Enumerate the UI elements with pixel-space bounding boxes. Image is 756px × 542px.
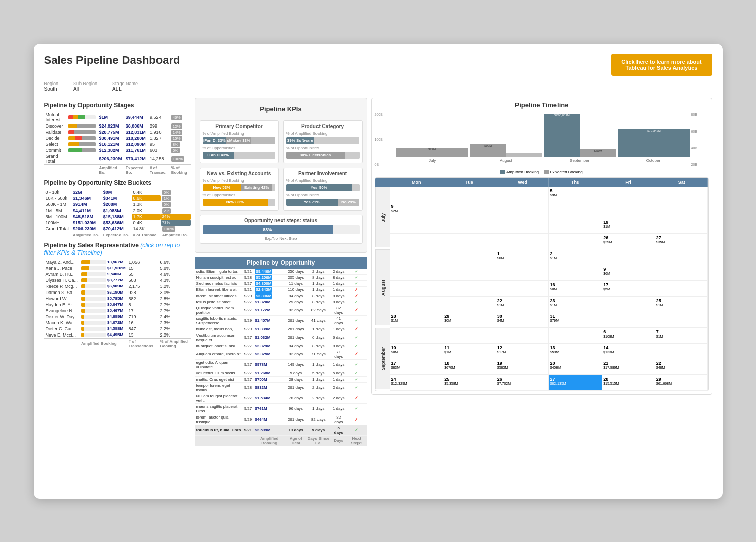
july-body: July 5$9M	[375, 187, 708, 249]
table-row: tempor lorem, eget mollis 9/28 $832M 261…	[195, 382, 367, 393]
table-row: Xena J. Pace $11,932M 15 5.8%	[44, 265, 191, 271]
table-row: nunc est, mollis non, 9/29 $1,339M 261 d…	[195, 326, 367, 332]
table-row: Commit $12,382M $11,761M 603 6%	[44, 147, 191, 153]
table-row: vel lectus. Cum sociis 9/27 $1,268M 5 da…	[195, 370, 367, 376]
table-row: Evangeline N. $5,467M 17 2.7%	[44, 308, 191, 314]
kpi-panel: Pipeline KPIs Primary Competitor % of Am…	[195, 98, 367, 253]
table-row: Select $16,121M $12,090M 95 8%	[44, 141, 191, 147]
stage-name: Mutual Interest	[44, 112, 67, 123]
table-row: Discover $24,023M $6,006M 299 12%	[44, 123, 191, 129]
table-footer-labels: Amplified Bo. Expected Bo. # of Transac.…	[44, 232, 191, 238]
cal-week-row: 28$1M 29$0M 30$4M 31$79M	[390, 312, 708, 328]
table-footer-labels: Amplified Bo. Expected Bo. # of Transac.…	[44, 164, 191, 175]
next-steps-progress: 83%	[203, 225, 360, 234]
kpi-product-category: Product Category % of Amplified Booking …	[283, 120, 363, 163]
filters-row: Region South Sub Region All Stage Name A…	[44, 81, 712, 92]
kpi-row-top: Primary Competitor % of Amplified Bookin…	[200, 120, 363, 163]
timeline-section: Pipeline Timeline 200B 100B 0B $77	[371, 98, 712, 395]
chart-legend: Amplified Booking Expected Booking	[375, 170, 709, 174]
table-row-total: Grand Total $206,230M $70,412M 14.3K 100…	[44, 226, 191, 232]
calendar-grid: Mon Tue Wed Thu Fri Sat July	[375, 177, 709, 391]
cal-week-row: 16$0M 17$5M	[390, 281, 708, 297]
middle-panel: Pipeline KPIs Primary Competitor % of Am…	[195, 98, 367, 446]
cal-week-row: 9$2M	[390, 202, 708, 218]
table-row: mauris sagittis placerat. Cras 9/27 $761…	[195, 403, 367, 414]
pipeline-opp-table: odio. Etiam ligula tortor, 9/21 $9,446M …	[195, 269, 367, 446]
table-row: odio. Etiam ligula tortor, 9/21 $9,446M …	[195, 269, 367, 275]
kpi-row-middle: New vs. Existing Accounts % of Amplified…	[200, 168, 363, 211]
opp-next-steps: Opportunity next steps: status 83% Exp/N…	[200, 215, 363, 244]
table-row: Decide $30,491M $18,280M 1,827 15%	[44, 135, 191, 141]
cal-week-row: 19$1M	[390, 218, 708, 234]
table-row: 0 - 10k $2M $0M 0.4K 0%	[44, 189, 191, 195]
chart-area: $77M $99M	[396, 112, 690, 168]
progress-fill: 83%	[203, 225, 333, 234]
cta-button[interactable]: Click here to learn more about Tableau f…	[611, 54, 712, 76]
filter-region-value: South	[44, 86, 57, 92]
next-steps-label: Exp/No Next Step	[203, 236, 360, 241]
table-row: Mutual Interest $1M $9,444M 9,524 46%	[44, 112, 191, 123]
stages-table: Mutual Interest $1M $9,444M 9,524 46%	[44, 112, 191, 175]
dashboard-container: Sales Pipeline Dashboard Click here to l…	[34, 44, 723, 499]
table-row: 100M+ $151,039M $53,636M 0.4K 73%	[44, 220, 191, 226]
table-row: 5M - 100M $48,518M $15,138M 1.7K 24%	[44, 214, 191, 220]
cal-week-row: 5$9M	[390, 187, 708, 202]
kpi-new-vs-existing: New vs. Existing Accounts % of Amplified…	[200, 168, 279, 211]
table-row: Validate $28,775M $12,831M 1,910 14%	[44, 129, 191, 135]
stage-bar-cell	[67, 112, 97, 123]
table-row: Neve E. Mccl... $4,495M 13 2.2%	[44, 332, 191, 339]
amp-legend-color	[500, 170, 505, 174]
kpi-primary-competitor: Primary Competitor % of Amplified Bookin…	[200, 120, 279, 163]
cal-week-row: 22$1M 23$1M 25$1M	[390, 297, 708, 312]
table-row: in aliquet lobortis, nisi 9/27 $2,329M 8…	[195, 343, 367, 349]
dashboard-title: Sales Pipeline Dashboard	[44, 54, 180, 67]
reps-table: Maya Z. And... 13,567M 1,056 6.6% Xena J…	[44, 259, 191, 349]
table-row: Maya Z. And... 13,567M 1,056 6.6%	[44, 259, 191, 265]
table-row: Damon S. Sa... $6,190M 928 3.0%	[44, 289, 191, 296]
table-row: faucibus ut, nulla. Cras 9/21 $2,599M 19…	[195, 425, 367, 435]
filter-stage[interactable]: Stage Name ALL	[112, 81, 138, 92]
reps-section-title: Pipeline by Sales Representative (click …	[44, 238, 191, 256]
cal-week-row: 24$12,329M 25$5,358M 26$7,702M 27$82,135…	[390, 375, 708, 391]
cal-week-row: 6$108M 7$1M	[390, 328, 708, 344]
cal-week-row: 26$29M 27$35M	[390, 234, 708, 249]
table-row: Nullam suscipit, est ac 9/28 $5,256M 205…	[195, 274, 367, 280]
stages-section-title: Pipeline by Opportunity Stages	[44, 98, 191, 109]
x-axis-labels: July August September October	[396, 158, 690, 163]
filter-stage-label: Stage Name	[112, 81, 138, 86]
table-row: eget odio. Aliquam vulputate 9/27 $978M …	[195, 359, 367, 370]
table-row: 500K - 1M $914M $208M 1.3K 0%	[44, 201, 191, 207]
filter-region-label: Region	[44, 81, 59, 86]
table-row: Etiam laoreet, libero at 9/21 $2,643M 11…	[195, 286, 367, 293]
table-row: Sed nec metus facilisis 9/27 $4,850M 11 …	[195, 280, 367, 286]
table-row: Ulysses H. Ca... $8,777M 508 4.3%	[44, 277, 191, 283]
table-row: Dieter C. Car... $4,598M 847 2.2%	[44, 326, 191, 332]
y-axis-amp: 200B 100B 0B	[375, 112, 395, 168]
pipeline-opp-scroll[interactable]: odio. Etiam ligula tortor, 9/21 $9,446M …	[195, 269, 367, 446]
august-body: August 1$0M 2$1M	[375, 249, 708, 328]
table-row: Vestibulum accumsan neque et 9/27 $1,062…	[195, 332, 367, 343]
filter-subregion-label: Sub Region	[73, 81, 97, 86]
table-row: 10K - 500k $1,346M $341M 8.6K 1%	[44, 195, 191, 201]
main-content: Pipeline by Opportunity Stages Mutual In…	[44, 98, 712, 446]
table-row: Howard W. $5,785M 582 2.8%	[44, 296, 191, 302]
filter-region[interactable]: Region South	[44, 81, 59, 92]
size-table: 0 - 10k $2M $0M 0.4K 0% 10K - 500k $1,34…	[44, 189, 191, 238]
september-body: September 6$108M 7$1M	[375, 328, 708, 391]
table-row: 1M - 5M $4,411M $1,088M 2.0K 2%	[44, 207, 191, 214]
header-row: Sales Pipeline Dashboard Click here to l…	[44, 54, 712, 76]
table-row: Nullam feugiat placerat velit. 9/27 $1,5…	[195, 393, 367, 403]
table-row: mattis. Cras eget nisi 9/27 $750M 28 day…	[195, 376, 367, 382]
table-row: Reece P. Mcg... $6,509M 2,175 3.2%	[44, 283, 191, 289]
exp-legend-color	[544, 170, 549, 174]
size-section-title: Pipeline by Opportunity Size Buckets	[44, 175, 191, 186]
filter-stage-value: ALL	[112, 86, 122, 92]
reps-footer: Amplified Booking # of Transactions % of…	[44, 338, 191, 349]
opp-bar-seg: iFan D 43%	[203, 152, 234, 159]
filter-subregion[interactable]: Sub Region All	[73, 81, 97, 92]
table-row: Aliquam ornare, libero at 9/27 $2,325M 8…	[195, 349, 367, 359]
pipeline-opp-footer: Amplified Booking Age of Deal Days Since…	[195, 435, 367, 446]
timeline-title: Pipeline Timeline	[375, 101, 709, 109]
table-row: Hayden E. Ar... $5,647M 8 2.7%	[44, 302, 191, 308]
cal-week-row: 1$0M 2$1M	[390, 249, 708, 265]
